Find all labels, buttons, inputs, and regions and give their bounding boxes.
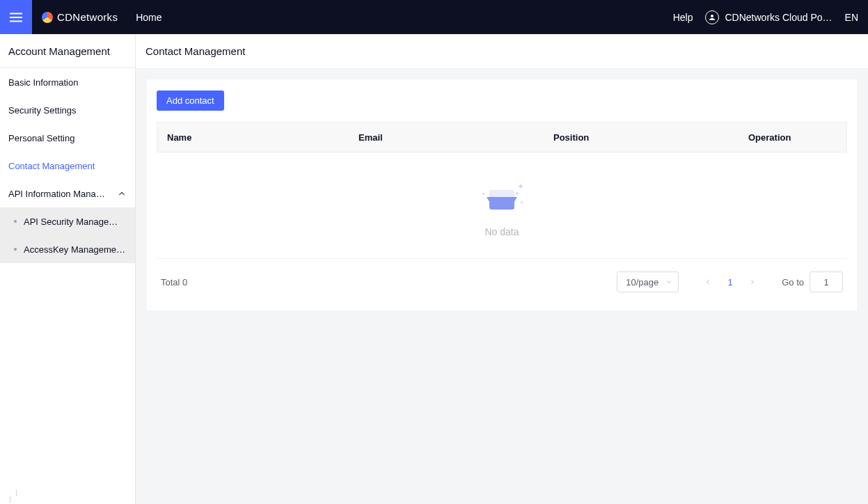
page-title: Contact Management bbox=[136, 34, 868, 68]
help-link[interactable]: Help bbox=[673, 12, 693, 23]
sidebar-item-label: API Security Manage… bbox=[24, 216, 118, 227]
pagination-prev-button[interactable] bbox=[700, 274, 716, 290]
chevron-up-icon bbox=[117, 189, 127, 198]
account-menu[interactable]: CDNetworks Cloud Po… bbox=[705, 10, 832, 24]
goto-label: Go to bbox=[782, 277, 804, 288]
pagination-page-1[interactable]: 1 bbox=[722, 274, 739, 290]
bullet-icon bbox=[14, 220, 17, 223]
contacts-table: Name Email Position Operation ✦ ✦ bbox=[157, 122, 847, 259]
sidebar-subgroup-api: API Security Manage… AccessKey Manageme… bbox=[0, 207, 135, 263]
brand-logo-icon bbox=[42, 12, 53, 23]
column-header-position: Position bbox=[544, 123, 739, 152]
content-card: Add contact Name Email Position Operatio… bbox=[147, 79, 857, 310]
chevron-down-icon bbox=[665, 278, 672, 285]
sidebar-item-basic-information[interactable]: Basic Information bbox=[0, 68, 135, 96]
table-header-row: Name Email Position Operation bbox=[157, 122, 847, 152]
pagination-next-button[interactable] bbox=[744, 274, 761, 290]
sidebar-item-contact-management[interactable]: Contact Management bbox=[0, 152, 135, 180]
page-size-select[interactable]: 10/page bbox=[617, 271, 679, 292]
hamburger-menu-button[interactable] bbox=[0, 0, 32, 34]
sidebar-item-label: Basic Information bbox=[8, 77, 78, 88]
sidebar-subitem-accesskey[interactable]: AccessKey Manageme… bbox=[0, 235, 135, 263]
sidebar-item-label: Security Settings bbox=[8, 105, 77, 116]
sidebar-item-label: Personal Setting bbox=[8, 133, 74, 143]
page-size-value: 10/page bbox=[626, 277, 658, 288]
pagination-total: Total 0 bbox=[161, 277, 187, 288]
nav-home[interactable]: Home bbox=[136, 12, 161, 23]
sidebar: Account Management Basic Information Sec… bbox=[0, 34, 136, 504]
sidebar-item-security-settings[interactable]: Security Settings bbox=[0, 96, 135, 124]
avatar-icon bbox=[705, 10, 719, 24]
table-empty-state: ✦ ✦ No data bbox=[157, 152, 847, 258]
sidebar-item-api-info-management[interactable]: API Information Mana… bbox=[0, 180, 135, 207]
main-area: Contact Management Add contact Name Emai… bbox=[136, 34, 868, 504]
bullet-icon bbox=[14, 248, 17, 251]
chevron-right-icon bbox=[748, 278, 757, 286]
brand[interactable]: CDNetworks bbox=[42, 11, 118, 23]
chevron-left-icon bbox=[704, 278, 712, 286]
topbar-right: Help CDNetworks Cloud Po… EN bbox=[673, 10, 868, 24]
empty-tray-icon: ✦ ✦ bbox=[480, 180, 524, 216]
sidebar-collapse-handle[interactable]: ⟋⟋ bbox=[3, 486, 24, 504]
svg-point-0 bbox=[711, 15, 713, 17]
account-name: CDNetworks Cloud Po… bbox=[725, 12, 832, 23]
add-contact-button[interactable]: Add contact bbox=[157, 90, 224, 111]
empty-text: No data bbox=[157, 226, 847, 237]
column-header-name: Name bbox=[157, 123, 349, 152]
column-header-operation: Operation bbox=[739, 123, 846, 152]
sidebar-item-personal-setting[interactable]: Personal Setting bbox=[0, 124, 135, 152]
sidebar-title: Account Management bbox=[0, 34, 135, 68]
column-header-email: Email bbox=[349, 123, 544, 152]
sidebar-item-label: AccessKey Manageme… bbox=[24, 244, 125, 255]
sidebar-subitem-api-security[interactable]: API Security Manage… bbox=[0, 207, 135, 235]
topbar: CDNetworks Home Help CDNetworks Cloud Po… bbox=[0, 0, 868, 34]
brand-text: CDNetworks bbox=[57, 11, 118, 23]
language-switch[interactable]: EN bbox=[845, 12, 858, 23]
pagination-goto: Go to bbox=[782, 271, 843, 292]
sidebar-item-label: API Information Mana… bbox=[8, 189, 105, 199]
pagination: Total 0 10/page 1 bbox=[147, 271, 857, 292]
goto-input[interactable] bbox=[810, 271, 843, 292]
sidebar-item-label: Contact Management bbox=[8, 161, 95, 171]
hamburger-icon bbox=[8, 10, 24, 25]
